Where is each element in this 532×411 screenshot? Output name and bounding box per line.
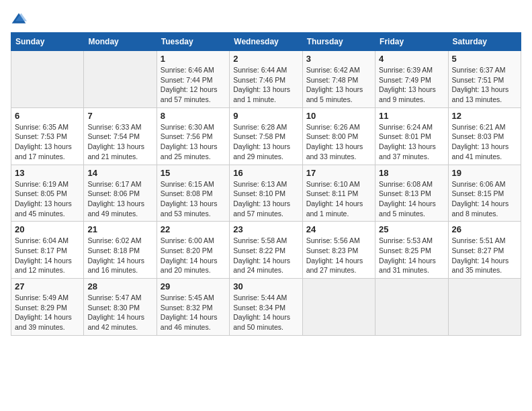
- weekday-header: Saturday: [448, 33, 521, 51]
- day-number: 9: [233, 111, 298, 121]
- day-info: Sunrise: 6:21 AM Sunset: 8:03 PM Dayligh…: [452, 122, 517, 162]
- calendar-week-row: 13Sunrise: 6:19 AM Sunset: 8:05 PM Dayli…: [11, 165, 521, 222]
- day-number: 7: [87, 111, 152, 121]
- day-number: 26: [452, 224, 517, 234]
- day-number: 11: [379, 111, 444, 121]
- calendar-cell: 28Sunrise: 5:47 AM Sunset: 8:30 PM Dayli…: [84, 279, 157, 336]
- day-info: Sunrise: 6:02 AM Sunset: 8:18 PM Dayligh…: [87, 236, 152, 275]
- day-number: 19: [452, 168, 517, 178]
- calendar-cell: 2Sunrise: 6:44 AM Sunset: 7:46 PM Daylig…: [230, 51, 302, 108]
- day-number: 24: [306, 224, 371, 234]
- logo: [11, 11, 30, 27]
- calendar-cell: 11Sunrise: 6:24 AM Sunset: 8:01 PM Dayli…: [375, 107, 448, 165]
- calendar-cell: 25Sunrise: 5:53 AM Sunset: 8:25 PM Dayli…: [375, 222, 448, 279]
- day-info: Sunrise: 6:19 AM Sunset: 8:05 PM Dayligh…: [15, 179, 80, 219]
- day-info: Sunrise: 6:04 AM Sunset: 8:17 PM Dayligh…: [15, 236, 80, 275]
- day-info: Sunrise: 5:56 AM Sunset: 8:23 PM Dayligh…: [306, 236, 371, 275]
- calendar-cell: 14Sunrise: 6:17 AM Sunset: 8:06 PM Dayli…: [84, 165, 157, 222]
- calendar-cell: 27Sunrise: 5:49 AM Sunset: 8:29 PM Dayli…: [11, 279, 84, 336]
- day-number: 10: [306, 111, 371, 121]
- day-info: Sunrise: 6:39 AM Sunset: 7:49 PM Dayligh…: [379, 65, 444, 105]
- day-number: 30: [233, 281, 298, 291]
- calendar-cell: 29Sunrise: 5:45 AM Sunset: 8:32 PM Dayli…: [157, 279, 229, 336]
- weekday-header: Monday: [84, 33, 157, 51]
- calendar-cell: 23Sunrise: 5:58 AM Sunset: 8:22 PM Dayli…: [230, 222, 302, 279]
- calendar-cell: 16Sunrise: 6:13 AM Sunset: 8:10 PM Dayli…: [230, 165, 302, 222]
- day-number: 1: [161, 54, 226, 64]
- day-info: Sunrise: 6:44 AM Sunset: 7:46 PM Dayligh…: [233, 65, 298, 105]
- day-number: 2: [233, 54, 298, 64]
- calendar-cell: 21Sunrise: 6:02 AM Sunset: 8:18 PM Dayli…: [84, 222, 157, 279]
- weekday-header: Friday: [375, 33, 448, 51]
- day-info: Sunrise: 6:46 AM Sunset: 7:44 PM Dayligh…: [161, 65, 226, 105]
- day-number: 12: [452, 111, 517, 121]
- calendar-cell: [84, 51, 157, 108]
- day-number: 28: [87, 281, 152, 291]
- calendar-cell: 20Sunrise: 6:04 AM Sunset: 8:17 PM Dayli…: [11, 222, 84, 279]
- day-number: 29: [161, 281, 226, 291]
- day-info: Sunrise: 6:28 AM Sunset: 7:58 PM Dayligh…: [233, 122, 298, 162]
- day-number: 14: [87, 168, 152, 178]
- day-info: Sunrise: 6:26 AM Sunset: 8:00 PM Dayligh…: [306, 122, 371, 162]
- calendar-cell: 17Sunrise: 6:10 AM Sunset: 8:11 PM Dayli…: [302, 165, 375, 222]
- day-number: 18: [379, 168, 444, 178]
- calendar-cell: 18Sunrise: 6:08 AM Sunset: 8:13 PM Dayli…: [375, 165, 448, 222]
- calendar-cell: 12Sunrise: 6:21 AM Sunset: 8:03 PM Dayli…: [448, 107, 521, 165]
- day-info: Sunrise: 5:51 AM Sunset: 8:27 PM Dayligh…: [452, 236, 517, 275]
- day-info: Sunrise: 6:30 AM Sunset: 7:56 PM Dayligh…: [161, 122, 226, 162]
- day-info: Sunrise: 5:44 AM Sunset: 8:34 PM Dayligh…: [233, 293, 298, 332]
- day-number: 8: [161, 111, 226, 121]
- calendar-week-row: 6Sunrise: 6:35 AM Sunset: 7:53 PM Daylig…: [11, 107, 521, 165]
- day-number: 22: [161, 224, 226, 234]
- day-number: 27: [15, 281, 80, 291]
- logo-icon: [11, 11, 27, 27]
- calendar-cell: 1Sunrise: 6:46 AM Sunset: 7:44 PM Daylig…: [157, 51, 229, 108]
- day-info: Sunrise: 6:17 AM Sunset: 8:06 PM Dayligh…: [87, 179, 152, 219]
- day-number: 5: [452, 54, 517, 64]
- calendar-week-row: 20Sunrise: 6:04 AM Sunset: 8:17 PM Dayli…: [11, 222, 521, 279]
- calendar-cell: 22Sunrise: 6:00 AM Sunset: 8:20 PM Dayli…: [157, 222, 229, 279]
- weekday-header: Thursday: [302, 33, 375, 51]
- day-number: 17: [306, 168, 371, 178]
- day-info: Sunrise: 6:35 AM Sunset: 7:53 PM Dayligh…: [15, 122, 80, 162]
- calendar-cell: 3Sunrise: 6:42 AM Sunset: 7:48 PM Daylig…: [302, 51, 375, 108]
- day-number: 16: [233, 168, 298, 178]
- calendar-cell: 5Sunrise: 6:37 AM Sunset: 7:51 PM Daylig…: [448, 51, 521, 108]
- day-info: Sunrise: 6:33 AM Sunset: 7:54 PM Dayligh…: [87, 122, 152, 162]
- calendar-cell: 30Sunrise: 5:44 AM Sunset: 8:34 PM Dayli…: [230, 279, 302, 336]
- calendar-cell: 26Sunrise: 5:51 AM Sunset: 8:27 PM Dayli…: [448, 222, 521, 279]
- day-info: Sunrise: 6:24 AM Sunset: 8:01 PM Dayligh…: [379, 122, 444, 162]
- day-info: Sunrise: 6:08 AM Sunset: 8:13 PM Dayligh…: [379, 179, 444, 219]
- calendar-cell: 6Sunrise: 6:35 AM Sunset: 7:53 PM Daylig…: [11, 107, 84, 165]
- day-info: Sunrise: 5:53 AM Sunset: 8:25 PM Dayligh…: [379, 236, 444, 275]
- day-number: 25: [379, 224, 444, 234]
- calendar-cell: [375, 279, 448, 336]
- day-info: Sunrise: 6:37 AM Sunset: 7:51 PM Dayligh…: [452, 65, 517, 105]
- calendar-week-row: 1Sunrise: 6:46 AM Sunset: 7:44 PM Daylig…: [11, 51, 521, 108]
- calendar-header-row: SundayMondayTuesdayWednesdayThursdayFrid…: [11, 33, 521, 51]
- day-info: Sunrise: 5:49 AM Sunset: 8:29 PM Dayligh…: [15, 293, 80, 332]
- day-number: 23: [233, 224, 298, 234]
- day-number: 20: [15, 224, 80, 234]
- calendar-cell: 24Sunrise: 5:56 AM Sunset: 8:23 PM Dayli…: [302, 222, 375, 279]
- day-info: Sunrise: 6:06 AM Sunset: 8:15 PM Dayligh…: [452, 179, 517, 219]
- weekday-header: Tuesday: [157, 33, 229, 51]
- calendar-cell: 7Sunrise: 6:33 AM Sunset: 7:54 PM Daylig…: [84, 107, 157, 165]
- day-info: Sunrise: 6:42 AM Sunset: 7:48 PM Dayligh…: [306, 65, 371, 105]
- calendar-cell: 4Sunrise: 6:39 AM Sunset: 7:49 PM Daylig…: [375, 51, 448, 108]
- day-info: Sunrise: 6:15 AM Sunset: 8:08 PM Dayligh…: [161, 179, 226, 219]
- day-number: 15: [161, 168, 226, 178]
- calendar-week-row: 27Sunrise: 5:49 AM Sunset: 8:29 PM Dayli…: [11, 279, 521, 336]
- day-info: Sunrise: 5:47 AM Sunset: 8:30 PM Dayligh…: [87, 293, 152, 332]
- day-info: Sunrise: 6:00 AM Sunset: 8:20 PM Dayligh…: [161, 236, 226, 275]
- day-info: Sunrise: 5:58 AM Sunset: 8:22 PM Dayligh…: [233, 236, 298, 275]
- day-number: 21: [87, 224, 152, 234]
- calendar-cell: 19Sunrise: 6:06 AM Sunset: 8:15 PM Dayli…: [448, 165, 521, 222]
- weekday-header: Wednesday: [230, 33, 302, 51]
- day-info: Sunrise: 6:13 AM Sunset: 8:10 PM Dayligh…: [233, 179, 298, 219]
- calendar-cell: 9Sunrise: 6:28 AM Sunset: 7:58 PM Daylig…: [230, 107, 302, 165]
- weekday-header: Sunday: [11, 33, 84, 51]
- calendar-cell: 8Sunrise: 6:30 AM Sunset: 7:56 PM Daylig…: [157, 107, 229, 165]
- day-number: 6: [15, 111, 80, 121]
- calendar-cell: [11, 51, 84, 108]
